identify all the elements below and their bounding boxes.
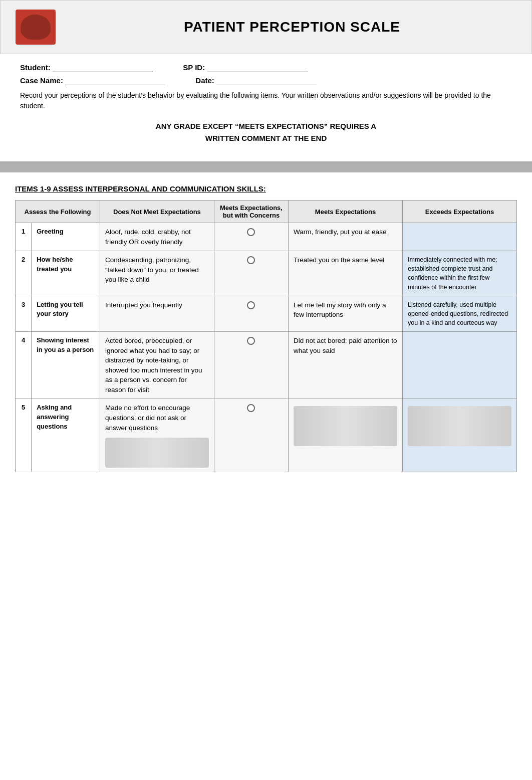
page-title: PATIENT PERCEPTION SCALE bbox=[68, 19, 516, 35]
radio-meets-concerns-4[interactable] bbox=[214, 332, 288, 399]
row-num-5: 5 bbox=[16, 399, 32, 472]
table-section: ITEMS 1-9 ASSESS INTERPERSONAL AND COMMU… bbox=[0, 172, 532, 482]
exceeds-5 bbox=[403, 399, 517, 472]
exceeds-1 bbox=[403, 223, 517, 251]
radio-circle-1[interactable] bbox=[247, 228, 255, 236]
row-num-4: 4 bbox=[16, 332, 32, 399]
does-not-meet-1: Aloof, rude, cold, crabby, not friendly … bbox=[100, 223, 214, 251]
item-label-1: Greeting bbox=[32, 223, 100, 251]
does-not-meet-4: Acted bored, preoccupied, or ignored wha… bbox=[100, 332, 214, 399]
radio-circle-3[interactable] bbox=[247, 301, 255, 309]
item-label-2: How he/she treated you bbox=[32, 251, 100, 296]
meets-2: Treated you on the same level bbox=[289, 251, 403, 296]
exceeds-2: Immediately connected with me; establish… bbox=[403, 251, 517, 296]
radio-meets-concerns-3[interactable] bbox=[214, 296, 288, 331]
assessment-table: Assess the Following Does Not Meet Expec… bbox=[15, 200, 517, 472]
meets-3: Let me tell my story with only a few int… bbox=[289, 296, 403, 331]
row-num-3: 3 bbox=[16, 296, 32, 331]
meets-1: Warm, friendly, put you at ease bbox=[289, 223, 403, 251]
case-name-label: Case Name: bbox=[20, 76, 165, 85]
header-meets: Meets Expectations bbox=[289, 201, 403, 223]
table-row: 5 Asking and answering questions Made no… bbox=[16, 399, 517, 472]
does-not-meet-3: Interrupted you frequently bbox=[100, 296, 214, 331]
meets-4: Did not act bored; paid attention to wha… bbox=[289, 332, 403, 399]
meta-section: Student: SP ID: Case Name: bbox=[0, 54, 532, 161]
table-row: 4 Showing interest in you as a person Ac… bbox=[16, 332, 517, 399]
meta-row-1: Student: SP ID: bbox=[20, 63, 512, 72]
redacted-block-5a bbox=[105, 438, 209, 468]
date-value[interactable] bbox=[216, 76, 317, 85]
case-name-value[interactable] bbox=[65, 76, 165, 85]
radio-circle-2[interactable] bbox=[247, 256, 255, 264]
page: PATIENT PERCEPTION SCALE Student: SP ID: bbox=[0, 0, 532, 780]
sp-id-value[interactable] bbox=[207, 63, 308, 72]
item-label-5: Asking and answering questions bbox=[32, 399, 100, 472]
header-band: PATIENT PERCEPTION SCALE bbox=[0, 0, 532, 54]
header-assess: Assess the Following bbox=[16, 201, 100, 223]
gray-divider bbox=[0, 161, 532, 172]
radio-circle-5[interactable] bbox=[247, 404, 255, 412]
radio-meets-concerns-2[interactable] bbox=[214, 251, 288, 296]
meets-5 bbox=[289, 399, 403, 472]
sp-id-label: SP ID: bbox=[183, 63, 307, 72]
student-value[interactable] bbox=[53, 63, 153, 72]
row-num-1: 1 bbox=[16, 223, 32, 251]
logo-inner bbox=[21, 15, 51, 40]
row-num-2: 2 bbox=[16, 251, 32, 296]
redacted-block-5c bbox=[408, 406, 511, 446]
instructions-text: Record your perceptions of the student’s… bbox=[20, 90, 512, 111]
does-not-meet-2: Condescending, patronizing, “talked down… bbox=[100, 251, 214, 296]
table-row: 3 Letting you tell your story Interrupte… bbox=[16, 296, 517, 331]
does-not-meet-5: Made no effort to encourage questions; o… bbox=[100, 399, 214, 472]
student-label: Student: bbox=[20, 63, 153, 72]
table-row: 1 Greeting Aloof, rude, cold, crabby, no… bbox=[16, 223, 517, 251]
header-exceeds: Exceeds Expectations bbox=[403, 201, 517, 223]
radio-meets-concerns-1[interactable] bbox=[214, 223, 288, 251]
footer-space bbox=[0, 482, 532, 582]
header-does-not-meet: Does Not Meet Expectations bbox=[100, 201, 214, 223]
table-row: 2 How he/she treated you Condescending, … bbox=[16, 251, 517, 296]
logo bbox=[16, 10, 56, 45]
radio-meets-concerns-5[interactable] bbox=[214, 399, 288, 472]
radio-circle-4[interactable] bbox=[247, 337, 255, 345]
exceeds-3: Listened carefully, used multiple opened… bbox=[403, 296, 517, 331]
notice-box: ANY GRADE EXCEPT “MEETS EXPECTATIONS” RE… bbox=[40, 120, 492, 144]
item-label-3: Letting you tell your story bbox=[32, 296, 100, 331]
header-meets-concerns: Meets Expectations, but with Concerns bbox=[214, 201, 288, 223]
date-label: Date: bbox=[195, 76, 317, 85]
redacted-block-5b bbox=[294, 406, 397, 446]
item-label-4: Showing interest in you as a person bbox=[32, 332, 100, 399]
meta-row-2: Case Name: Date: bbox=[20, 76, 512, 85]
exceeds-4 bbox=[403, 332, 517, 399]
section-title: ITEMS 1-9 ASSESS INTERPERSONAL AND COMMU… bbox=[15, 184, 517, 193]
